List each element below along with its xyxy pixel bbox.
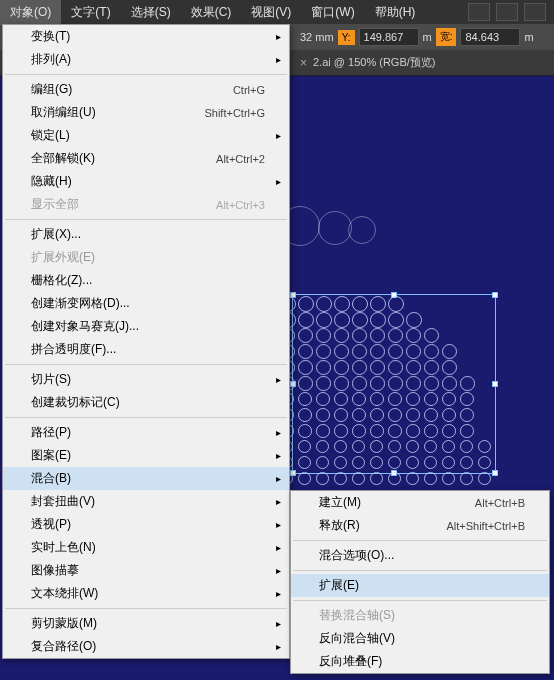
menu-group[interactable]: 编组(G)Ctrl+G — [3, 78, 289, 101]
toolbar-icon-1[interactable] — [468, 3, 490, 21]
submenu-release[interactable]: 释放(R)Alt+Shift+Ctrl+B — [291, 514, 549, 537]
tab-close-icon[interactable]: × — [300, 56, 307, 70]
menu-imagetrace[interactable]: 图像描摹▸ — [3, 559, 289, 582]
submenu-arrow-icon: ▸ — [276, 519, 281, 530]
menu-view[interactable]: 视图(V) — [241, 0, 301, 25]
menu-flatten[interactable]: 拼合透明度(F)... — [3, 338, 289, 361]
submenu-replacespine: 替换混合轴(S) — [291, 604, 549, 627]
menu-effect[interactable]: 效果(C) — [181, 0, 242, 25]
w-label: 宽: — [436, 28, 457, 46]
w-input[interactable] — [460, 28, 520, 46]
submenu-arrow-icon: ▸ — [276, 130, 281, 141]
menu-trimmarks[interactable]: 创建裁切标记(C) — [3, 391, 289, 414]
menu-separator — [293, 600, 547, 601]
submenu-arrow-icon: ▸ — [276, 374, 281, 385]
menu-select[interactable]: 选择(S) — [121, 0, 181, 25]
submenu-reversefront[interactable]: 反向堆叠(F) — [291, 650, 549, 673]
submenu-arrow-icon: ▸ — [276, 542, 281, 553]
menu-separator — [5, 608, 287, 609]
submenu-make[interactable]: 建立(M)Alt+Ctrl+B — [291, 491, 549, 514]
menu-type[interactable]: 文字(T) — [61, 0, 120, 25]
menu-ungroup[interactable]: 取消编组(U)Shift+Ctrl+G — [3, 101, 289, 124]
menu-path[interactable]: 路径(P)▸ — [3, 421, 289, 444]
y-label: Y: — [338, 30, 355, 45]
submenu-arrow-icon: ▸ — [276, 618, 281, 629]
y-input[interactable] — [359, 28, 419, 46]
submenu-arrow-icon: ▸ — [276, 565, 281, 576]
menu-unlockall[interactable]: 全部解锁(K)Alt+Ctrl+2 — [3, 147, 289, 170]
menu-rasterize[interactable]: 栅格化(Z)... — [3, 269, 289, 292]
menu-arrange[interactable]: 排列(A)▸ — [3, 48, 289, 71]
menu-object[interactable]: 对象(O) — [0, 0, 61, 25]
menu-envelope[interactable]: 封套扭曲(V)▸ — [3, 490, 289, 513]
submenu-arrow-icon: ▸ — [276, 31, 281, 42]
menu-separator — [293, 570, 547, 571]
menu-help[interactable]: 帮助(H) — [365, 0, 426, 25]
menu-hide[interactable]: 隐藏(H)▸ — [3, 170, 289, 193]
submenu-arrow-icon: ▸ — [276, 496, 281, 507]
menu-blend[interactable]: 混合(B)▸ — [3, 467, 289, 490]
menu-pattern[interactable]: 图案(E)▸ — [3, 444, 289, 467]
submenu-arrow-icon: ▸ — [276, 641, 281, 652]
submenu-expand[interactable]: 扩展(E) — [291, 574, 549, 597]
submenu-arrow-icon: ▸ — [276, 588, 281, 599]
menu-separator — [5, 364, 287, 365]
menu-textwrap[interactable]: 文本绕排(W)▸ — [3, 582, 289, 605]
menu-slice[interactable]: 切片(S)▸ — [3, 368, 289, 391]
menu-separator — [5, 417, 287, 418]
menu-compound[interactable]: 复合路径(O)▸ — [3, 635, 289, 658]
toolbar-icons — [468, 3, 554, 21]
submenu-arrow-icon: ▸ — [276, 54, 281, 65]
blend-submenu: 建立(M)Alt+Ctrl+B 释放(R)Alt+Shift+Ctrl+B 混合… — [290, 490, 550, 674]
document-tab[interactable]: × 2.ai @ 150% (RGB/预览) — [290, 51, 445, 74]
submenu-reversespine[interactable]: 反向混合轴(V) — [291, 627, 549, 650]
menu-mosaic[interactable]: 创建对象马赛克(J)... — [3, 315, 289, 338]
submenu-arrow-icon: ▸ — [276, 176, 281, 187]
submenu-options[interactable]: 混合选项(O)... — [291, 544, 549, 567]
menubar: 对象(O) 文字(T) 选择(S) 效果(C) 视图(V) 窗口(W) 帮助(H… — [0, 0, 554, 24]
menu-expand[interactable]: 扩展(X)... — [3, 223, 289, 246]
toolbar-icon-3[interactable] — [524, 3, 546, 21]
w-unit: m — [524, 31, 533, 43]
object-menu: 变换(T)▸ 排列(A)▸ 编组(G)Ctrl+G 取消编组(U)Shift+C… — [2, 24, 290, 659]
menu-clipmask[interactable]: 剪切蒙版(M)▸ — [3, 612, 289, 635]
menu-showall: 显示全部Alt+Ctrl+3 — [3, 193, 289, 216]
submenu-arrow-icon: ▸ — [276, 473, 281, 484]
menu-separator — [293, 540, 547, 541]
tab-label: 2.ai @ 150% (RGB/预览) — [313, 55, 435, 70]
menu-livepaint[interactable]: 实时上色(N)▸ — [3, 536, 289, 559]
menu-separator — [5, 74, 287, 75]
menu-gradientmesh[interactable]: 创建渐变网格(D)... — [3, 292, 289, 315]
menu-lock[interactable]: 锁定(L)▸ — [3, 124, 289, 147]
submenu-arrow-icon: ▸ — [276, 450, 281, 461]
menu-expandapp: 扩展外观(E) — [3, 246, 289, 269]
toolbar-icon-2[interactable] — [496, 3, 518, 21]
menu-transform[interactable]: 变换(T)▸ — [3, 25, 289, 48]
menu-separator — [5, 219, 287, 220]
menu-window[interactable]: 窗口(W) — [301, 0, 364, 25]
menu-perspective[interactable]: 透视(P)▸ — [3, 513, 289, 536]
y-unit: m — [423, 31, 432, 43]
x-unit: 32 mm — [300, 31, 334, 43]
submenu-arrow-icon: ▸ — [276, 427, 281, 438]
